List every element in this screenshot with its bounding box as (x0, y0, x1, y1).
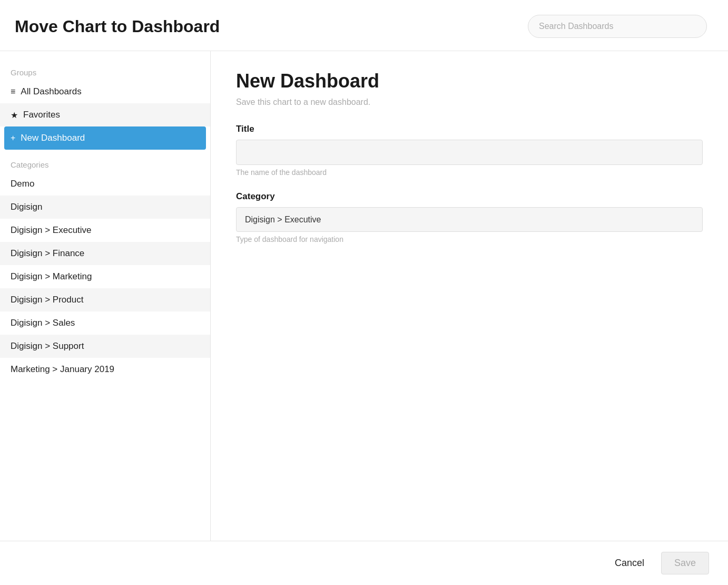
title-form-section: Title The name of the dashboard (236, 124, 703, 177)
move-chart-dialog: Move Chart to Dashboard Groups ≡ All Das… (0, 0, 728, 585)
dialog-body: Groups ≡ All Dashboards ★ Favorites + Ne… (0, 51, 728, 541)
plus-icon: + (11, 133, 15, 143)
sidebar-item-label: New Dashboard (21, 133, 85, 143)
save-button[interactable]: Save (661, 552, 709, 574)
dialog-header: Move Chart to Dashboard (0, 0, 728, 51)
categories-label: Categories (0, 156, 210, 172)
dialog-footer: Cancel Save (0, 541, 728, 585)
main-title: New Dashboard (236, 70, 703, 92)
sidebar-item-label: Digisign (11, 202, 42, 212)
sidebar-item-digisign-finance[interactable]: Digisign > Finance (0, 242, 210, 265)
sidebar-item-label: All Dashboards (21, 86, 81, 97)
sidebar-item-label: Digisign > Product (11, 295, 83, 305)
category-select[interactable]: Digisign > Executive (236, 207, 703, 232)
sidebar-item-digisign[interactable]: Digisign (0, 196, 210, 219)
main-content: New Dashboard Save this chart to a new d… (211, 51, 728, 541)
dialog-title: Move Chart to Dashboard (15, 17, 220, 36)
star-icon: ★ (11, 110, 18, 120)
search-input[interactable] (528, 15, 707, 38)
sidebar-item-new-dashboard[interactable]: + New Dashboard (4, 126, 206, 150)
categories-section: Categories Demo Digisign Digisign > Exec… (0, 156, 210, 381)
sidebar-item-label: Digisign > Sales (11, 318, 75, 328)
main-subtitle: Save this chart to a new dashboard. (236, 97, 703, 107)
sidebar-item-digisign-product[interactable]: Digisign > Product (0, 288, 210, 311)
title-input[interactable] (236, 140, 703, 165)
title-label: Title (236, 124, 703, 134)
sidebar-item-label: Digisign > Finance (11, 248, 84, 259)
list-icon: ≡ (11, 87, 15, 96)
sidebar-item-demo[interactable]: Demo (0, 172, 210, 196)
groups-label: Groups (0, 64, 210, 80)
sidebar-item-label: Digisign > Marketing (11, 271, 92, 282)
sidebar: Groups ≡ All Dashboards ★ Favorites + Ne… (0, 51, 211, 541)
title-hint: The name of the dashboard (236, 168, 703, 177)
sidebar-item-digisign-executive[interactable]: Digisign > Executive (0, 219, 210, 242)
category-label: Category (236, 191, 703, 202)
sidebar-item-all-dashboards[interactable]: ≡ All Dashboards (0, 80, 210, 103)
sidebar-item-digisign-marketing[interactable]: Digisign > Marketing (0, 265, 210, 288)
category-hint: Type of dashboard for navigation (236, 235, 703, 243)
category-form-section: Category Digisign > Executive Type of da… (236, 191, 703, 243)
sidebar-item-label: Digisign > Support (11, 341, 84, 352)
sidebar-item-label: Demo (11, 179, 34, 189)
sidebar-item-digisign-support[interactable]: Digisign > Support (0, 335, 210, 358)
sidebar-item-label: Digisign > Executive (11, 225, 92, 236)
search-wrapper (528, 15, 707, 38)
sidebar-item-label: Marketing > January 2019 (11, 364, 114, 375)
sidebar-item-label: Favorites (23, 110, 60, 120)
sidebar-item-favorites[interactable]: ★ Favorites (0, 103, 210, 126)
cancel-button[interactable]: Cancel (606, 552, 653, 574)
sidebar-item-digisign-sales[interactable]: Digisign > Sales (0, 311, 210, 335)
sidebar-item-marketing-jan-2019[interactable]: Marketing > January 2019 (0, 358, 210, 381)
